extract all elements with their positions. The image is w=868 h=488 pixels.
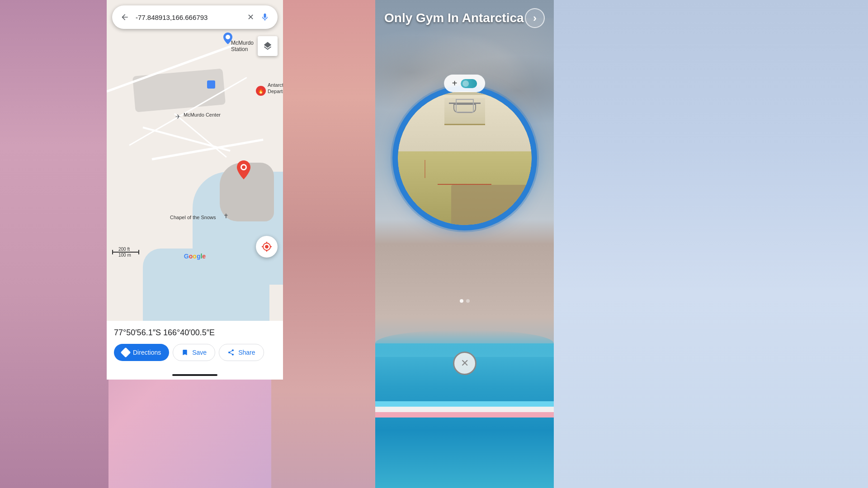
search-input[interactable]: -77.848913,166.666793	[136, 14, 243, 21]
badge-egg-icon	[461, 79, 477, 88]
coordinates-display: 77°50′56.1″S 166°40′00.5″E	[114, 328, 276, 338]
dot-2	[466, 299, 470, 303]
building-icon[interactable]	[207, 80, 215, 89]
gps-location-button[interactable]	[256, 236, 278, 258]
directions-icon	[121, 347, 131, 358]
airport-icon[interactable]: ✈	[174, 112, 183, 121]
fire-station-icon[interactable]: 🔥	[256, 86, 266, 96]
pokemon-next-button[interactable]: ›	[525, 8, 545, 28]
bg-left-cloud	[0, 0, 108, 488]
pokemon-header: Only Gym In Antarctica ›	[375, 0, 554, 36]
search-mic-button[interactable]	[258, 10, 272, 24]
station-name-2: Station	[231, 46, 248, 52]
pokemon-go-panel: Only Gym In Antarctica › +	[375, 0, 554, 488]
pokemon-badge-button[interactable]: +	[444, 75, 486, 92]
court-line-2	[425, 160, 425, 178]
google-logo: Google	[184, 253, 206, 260]
pokemon-dots-indicator	[460, 299, 470, 303]
home-indicator	[172, 374, 217, 376]
share-label: Share	[238, 349, 255, 356]
fire-dept-label-2: Department Station	[268, 89, 283, 94]
directions-button[interactable]: Directions	[114, 344, 169, 361]
save-button[interactable]: Save	[173, 344, 215, 361]
main-location-pin[interactable]	[237, 160, 250, 181]
directions-label: Directions	[133, 349, 161, 356]
map-layers-button[interactable]	[258, 36, 278, 56]
pokemon-gym-title: Only Gym In Antarctica	[384, 11, 525, 25]
map-area[interactable]: McMurdo Apartments McMurdo Station 🔥 Ant…	[107, 0, 283, 321]
gym-interior	[398, 91, 532, 225]
dot-1	[460, 299, 463, 303]
gym-circle-container[interactable]	[392, 86, 537, 230]
maps-panel: McMurdo Apartments McMurdo Station 🔥 Ant…	[107, 0, 283, 380]
chapel-label: Chapel of the Snows	[170, 215, 216, 220]
bg-right-blue	[552, 0, 868, 488]
pokemon-close-button[interactable]: ✕	[453, 352, 476, 375]
station-name-1: McMurdo	[231, 40, 254, 46]
fire-dept-label: Antarctic Fire	[268, 82, 283, 88]
bottom-panel: 77°50′56.1″S 166°40′00.5″E Directions Sa…	[107, 321, 283, 380]
map-scale-bar: 200 ft 100 m	[112, 247, 139, 258]
action-buttons-row: Directions Save Share	[114, 344, 276, 361]
gym-equipment	[451, 185, 532, 225]
gym-backboard	[456, 99, 474, 113]
gym-circle	[392, 86, 537, 230]
mcmurdo-center-label: McMurdo Center	[184, 112, 221, 117]
badge-plus-icon: +	[452, 78, 458, 89]
color-band-pink	[375, 412, 554, 418]
map-water-body-2	[143, 249, 269, 321]
gym-backboard-area	[444, 98, 485, 125]
svg-point-0	[226, 35, 230, 39]
search-clear-button[interactable]: ✕	[243, 10, 258, 24]
search-bar[interactable]: -77.848913,166.666793 ✕	[112, 5, 278, 29]
chapel-cross[interactable]: ✝	[223, 212, 229, 220]
color-band-blue	[375, 401, 554, 407]
color-band-white	[375, 407, 554, 412]
save-label: Save	[192, 349, 207, 356]
svg-point-2	[242, 165, 245, 169]
search-back-button[interactable]	[118, 10, 132, 24]
share-button[interactable]: Share	[219, 344, 264, 361]
